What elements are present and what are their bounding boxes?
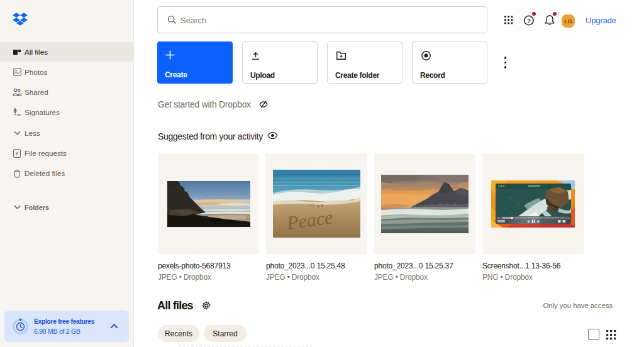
svg-text:-0:55: -0:55 (566, 217, 570, 219)
svg-text:?: ? (527, 17, 531, 24)
svg-text:0:00: 0:00 (497, 217, 501, 219)
